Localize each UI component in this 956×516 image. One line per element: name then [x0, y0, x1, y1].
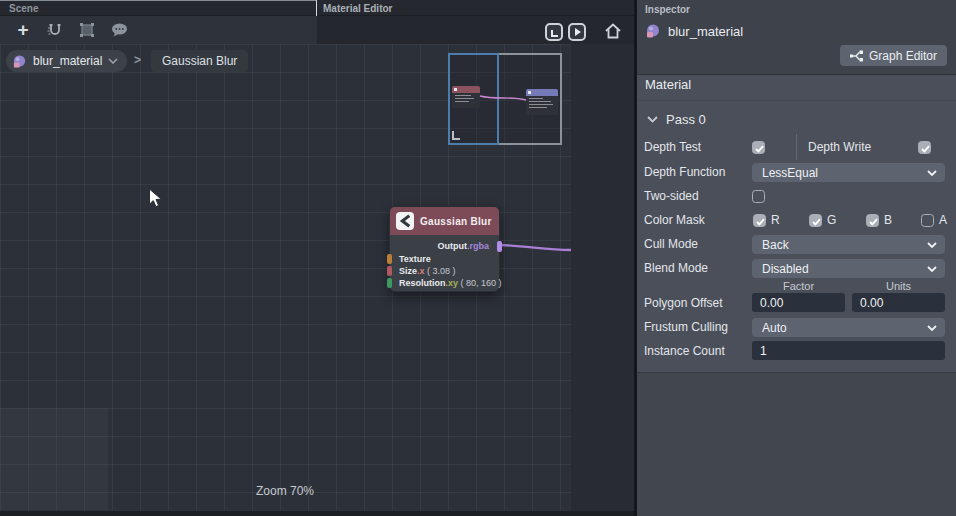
preview-toggle-button[interactable] — [568, 23, 586, 41]
chevron-down-icon — [927, 266, 937, 272]
graph-icon — [850, 50, 863, 62]
depth-function-dropdown[interactable]: LessEqual — [752, 163, 945, 182]
color-mask-b-label: B — [884, 213, 892, 227]
color-mask-a-label: A — [939, 213, 947, 227]
minimap-node-gaussian-blur — [452, 86, 480, 108]
add-node-button[interactable]: + — [12, 19, 34, 41]
plus-icon: + — [17, 21, 28, 39]
node-input-resolution: Resolution.xy ( 80, 160 ) — [399, 277, 502, 289]
units-column-header: Units — [852, 280, 945, 292]
material-sphere-icon — [645, 23, 661, 39]
corner-icon — [551, 30, 558, 37]
shader-node-icon — [396, 212, 414, 230]
scene-tab-label: Scene — [9, 3, 38, 14]
depth-write-label: Depth Write — [808, 140, 871, 154]
chevron-down-icon — [927, 242, 937, 248]
minimap-corner-mark — [452, 131, 460, 140]
canvas-bottom-edge — [0, 511, 634, 516]
color-mask-a-checkbox[interactable] — [921, 214, 934, 227]
material-editor-toolbar — [317, 16, 634, 44]
breadcrumb-node-chip[interactable]: Gaussian Blur — [151, 50, 248, 72]
polygon-offset-units-input[interactable] — [852, 293, 945, 312]
header-divider — [316, 0, 317, 16]
node-input-texture: Texture — [399, 253, 431, 265]
depth-function-label: Depth Function — [644, 165, 725, 179]
graph-editor-button-label: Graph Editor — [869, 49, 937, 63]
two-sided-label: Two-sided — [644, 189, 699, 203]
factor-column-header: Factor — [752, 280, 845, 292]
two-sided-checkbox[interactable] — [752, 190, 765, 203]
inspector-material-name: blur_material — [668, 24, 743, 39]
section-divider — [637, 100, 956, 101]
breadcrumb-node-label: Gaussian Blur — [162, 54, 237, 68]
color-mask-r-label: R — [771, 213, 780, 227]
home-icon — [603, 21, 623, 41]
scene-toolbar: + — [0, 16, 316, 44]
texture-port[interactable] — [387, 254, 392, 264]
material-sphere-icon — [12, 54, 27, 69]
color-mask-g-label: G — [827, 213, 836, 227]
inspector-title: Inspector — [645, 4, 690, 15]
cull-mode-label: Cull Mode — [644, 237, 698, 251]
node-output-row: Output.rgba — [437, 240, 489, 252]
color-mask-r-checkbox[interactable] — [753, 214, 766, 227]
magnet-snap-icon[interactable] — [44, 19, 66, 41]
resolution-port[interactable] — [387, 278, 392, 288]
canvas-right-strip — [571, 44, 634, 511]
frustum-culling-dropdown[interactable]: Auto — [752, 318, 945, 337]
chevron-down-icon[interactable] — [108, 58, 118, 64]
canvas-highlight-region — [0, 408, 108, 510]
chevron-down-icon — [927, 170, 937, 176]
inspector-header: Inspector blur_material Graph Editor — [637, 0, 956, 75]
comment-icon[interactable] — [108, 19, 130, 41]
node-header[interactable]: Gaussian Blur — [390, 207, 499, 235]
blend-mode-dropdown[interactable]: Disabled — [752, 259, 945, 278]
depth-write-checkbox[interactable] — [918, 141, 931, 154]
home-button[interactable] — [603, 21, 623, 41]
breadcrumb-separator: > — [134, 53, 141, 67]
graph-editor-button[interactable]: Graph Editor — [840, 45, 947, 66]
chevron-down-icon — [647, 116, 658, 123]
tab-material-editor[interactable]: Material Editor — [317, 0, 634, 16]
node-gaussian-blur[interactable]: Gaussian Blur Output.rgba Texture Size.x… — [389, 206, 500, 292]
output-port[interactable] — [497, 241, 502, 252]
color-mask-b-checkbox[interactable] — [866, 214, 879, 227]
play-icon — [575, 28, 581, 36]
depth-test-label: Depth Test — [644, 140, 701, 154]
polygon-offset-label: Polygon Offset — [644, 296, 723, 310]
inspector-panel: Inspector blur_material Graph Editor — [637, 0, 956, 516]
zoom-level-label: Zoom 70% — [256, 484, 314, 498]
column-separator — [796, 134, 797, 160]
blend-mode-label: Blend Mode — [644, 261, 708, 275]
chevron-down-icon — [927, 325, 937, 331]
color-mask-g-checkbox[interactable] — [809, 214, 822, 227]
tab-scene[interactable]: Scene — [0, 0, 316, 16]
node-input-size: Size.x ( 3.08 ) — [399, 265, 456, 277]
polygon-offset-factor-input[interactable] — [752, 293, 845, 312]
pass-0-title: Pass 0 — [666, 112, 706, 127]
instance-count-input[interactable] — [752, 341, 945, 360]
frustum-culling-label: Frustum Culling — [644, 320, 728, 334]
breadcrumb-material-label: blur_material — [33, 54, 102, 68]
cull-mode-dropdown[interactable]: Back — [752, 235, 945, 254]
size-port[interactable] — [387, 266, 392, 276]
material-section-title: Material — [645, 77, 691, 92]
node-title: Gaussian Blur — [420, 216, 492, 227]
depth-test-checkbox[interactable] — [752, 141, 765, 154]
minimap-node-output — [526, 89, 558, 115]
frame-select-icon[interactable] — [76, 19, 98, 41]
breadcrumb-material-pill[interactable]: blur_material — [6, 50, 127, 72]
material-editor-tab-label: Material Editor — [323, 3, 392, 14]
app-window: Scene Material Editor + — [0, 0, 956, 516]
instance-count-label: Instance Count — [644, 344, 725, 358]
pass-0-header[interactable]: Pass 0 — [647, 112, 706, 127]
color-mask-label: Color Mask — [644, 213, 705, 227]
inspector-material-row: blur_material — [645, 23, 743, 39]
minimap-toggle-button[interactable] — [545, 23, 563, 41]
